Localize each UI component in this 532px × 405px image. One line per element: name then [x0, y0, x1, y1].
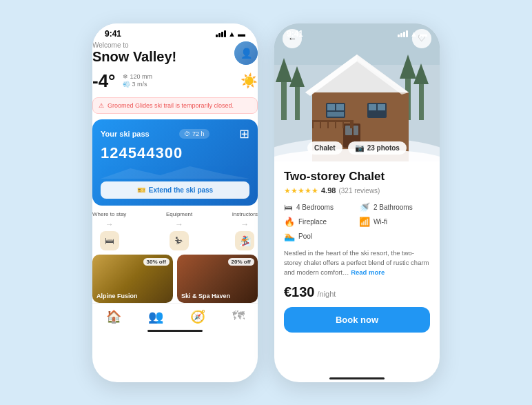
- category-where-to-stay[interactable]: Where to stay → 🛏: [92, 211, 126, 250]
- alert-icon: ⚠: [99, 102, 104, 109]
- category-instructors[interactable]: Instructors → 🏂: [232, 211, 258, 250]
- svg-rect-33: [350, 120, 354, 128]
- avatar[interactable]: 👤: [234, 41, 258, 65]
- cat-inst-label: Instructors: [232, 211, 258, 217]
- right-phone: 9:41 ▲ ▬: [274, 23, 440, 382]
- svg-marker-0: [101, 166, 249, 179]
- status-icons-right: ▲ ▬: [398, 30, 427, 38]
- svg-rect-4: [281, 79, 287, 120]
- svg-rect-6: [295, 86, 300, 120]
- svg-rect-23: [378, 104, 385, 110]
- extend-ski-pass-button[interactable]: 🎫 Extend the ski pass: [101, 181, 249, 199]
- svg-rect-10: [419, 82, 424, 120]
- promo-name-right: Ski & Spa Haven: [181, 293, 230, 299]
- mountain-illustration: [101, 165, 249, 179]
- left-phone: 9:41 ▲ ▬ Welcome to Snow Valley! 👤 -4° ❄…: [92, 23, 258, 382]
- cat-stay-arrow: →: [105, 219, 114, 229]
- app-title: Snow Valley!: [92, 49, 176, 65]
- amenity-fireplace: 🔥 Fireplace: [284, 217, 355, 227]
- home-bar-left: [147, 330, 203, 332]
- alert-bar: ⚠ Groomed Glides ski trail is temporaril…: [92, 97, 258, 114]
- welcome-section: Welcome to Snow Valley!: [92, 41, 176, 65]
- book-now-button[interactable]: Book now: [284, 307, 430, 333]
- bottom-nav-left: 🏠 👥 🧭 🗺: [92, 303, 258, 327]
- svg-rect-22: [369, 104, 376, 110]
- svg-rect-27: [312, 120, 354, 122]
- ski-pass-card: Your ski pass ⏱ 72 h ⊞ 124544300 🎫 Exten…: [92, 119, 258, 206]
- cat-inst-arrow: →: [241, 219, 249, 229]
- promo-name-left: Alpine Fusion: [96, 293, 138, 299]
- svg-rect-19: [336, 104, 344, 110]
- wifi-icon: ▲: [228, 30, 236, 38]
- svg-rect-26: [354, 126, 358, 135]
- welcome-text: Welcome to: [92, 41, 176, 49]
- wind-icon: 💨: [123, 81, 130, 88]
- pool-icon: 🏊: [284, 231, 295, 241]
- property-title: Two-storey Chalet: [284, 170, 430, 184]
- svg-rect-32: [342, 120, 344, 128]
- hero-image: ← ♡ Chalet 📷 23 photos: [274, 23, 440, 161]
- status-bar-right: 9:41 ▲ ▬: [274, 23, 440, 41]
- read-more-link[interactable]: Read more: [351, 268, 385, 276]
- wifi-label: Wi-fi: [374, 218, 387, 226]
- price-value: €130: [284, 284, 315, 300]
- promo-row: 30% off Alpine Fusion 20% off Ski & Spa …: [92, 255, 258, 303]
- star-rating: ★★★★★: [284, 186, 318, 195]
- time-left: 9:41: [105, 29, 121, 39]
- rating-number: 4.98: [321, 186, 336, 195]
- fireplace-icon: 🔥: [284, 217, 295, 227]
- snowflake-icon: ❄: [123, 73, 128, 80]
- rating-row: ★★★★★ 4.98 (321 reviews): [284, 186, 430, 195]
- extend-btn-label: Extend the ski pass: [149, 186, 213, 194]
- amenity-bathrooms: 🚿 2 Bathrooms: [359, 202, 430, 213]
- sun-icon: ☀️: [241, 72, 258, 89]
- weather-details: ❄ 120 mm 💨 3 m/s: [123, 73, 153, 88]
- ski-icon: ⛷: [170, 231, 189, 250]
- wifi-icon-right: ▲: [410, 30, 418, 38]
- photos-badge[interactable]: 📷 23 photos: [348, 141, 407, 155]
- price-row: €130 /night: [284, 284, 430, 300]
- fireplace-label: Fireplace: [298, 218, 327, 226]
- bed-amenity-icon: 🛏: [284, 202, 293, 213]
- promo-badge-right: 20% off: [228, 258, 254, 266]
- amenity-bedrooms: 🛏 4 Bedrooms: [284, 202, 355, 213]
- ticket-icon: 🎫: [137, 186, 145, 194]
- signal-bars-left: [216, 30, 226, 37]
- cat-equip-arrow: →: [175, 219, 183, 229]
- status-bar-left: 9:41 ▲ ▬: [92, 23, 258, 41]
- photos-count: 23 photos: [367, 144, 400, 152]
- chalet-badge[interactable]: Chalet: [307, 141, 342, 155]
- pool-label: Pool: [298, 233, 312, 240]
- nav-map[interactable]: 🗺: [232, 309, 245, 324]
- category-equipment[interactable]: Equipment → ⛷: [166, 211, 192, 250]
- nav-compass[interactable]: 🧭: [190, 309, 205, 324]
- snow-label: 120 mm: [130, 73, 153, 80]
- wifi-amenity-icon: 📶: [359, 217, 370, 227]
- promo-badge-left: 30% off: [143, 258, 170, 266]
- camera-icon: 📷: [355, 144, 365, 152]
- per-night-label: /night: [318, 290, 336, 298]
- bed-icon: 🛏: [100, 231, 119, 250]
- bedrooms-label: 4 Bedrooms: [296, 204, 334, 211]
- svg-rect-20: [327, 112, 344, 117]
- ski-pass-header: Your ski pass ⏱ 72 h ⊞: [101, 126, 249, 141]
- ski-pass-label: Your ski pass: [101, 130, 150, 138]
- description: Nestled in the heart of the ski resort, …: [284, 248, 430, 278]
- avatar-image: 👤: [234, 41, 258, 65]
- battery-icon: ▬: [238, 30, 245, 38]
- nav-people[interactable]: 👥: [148, 309, 163, 324]
- svg-rect-28: [312, 120, 314, 128]
- promo-spa-haven[interactable]: 20% off Ski & Spa Haven: [177, 255, 258, 303]
- detail-content: Two-storey Chalet ★★★★★ 4.98 (321 review…: [274, 161, 440, 375]
- promo-alpine-fusion[interactable]: 30% off Alpine Fusion: [92, 255, 173, 303]
- alert-text: Groomed Glides ski trail is temporarily …: [108, 102, 234, 109]
- left-content: Welcome to Snow Valley! 👤 -4° ❄ 120 mm 💨…: [92, 41, 258, 303]
- amenities-grid: 🛏 4 Bedrooms 🚿 2 Bathrooms 🔥 Fireplace 📶…: [284, 202, 430, 241]
- bathrooms-label: 2 Bathrooms: [374, 204, 413, 211]
- qr-icon[interactable]: ⊞: [239, 126, 249, 141]
- nav-home[interactable]: 🏠: [106, 309, 121, 324]
- svg-rect-18: [327, 104, 335, 110]
- rating-reviews: (321 reviews): [338, 187, 380, 195]
- ski-pass-timer: ⏱ 72 h: [179, 129, 209, 139]
- svg-rect-31: [335, 120, 336, 128]
